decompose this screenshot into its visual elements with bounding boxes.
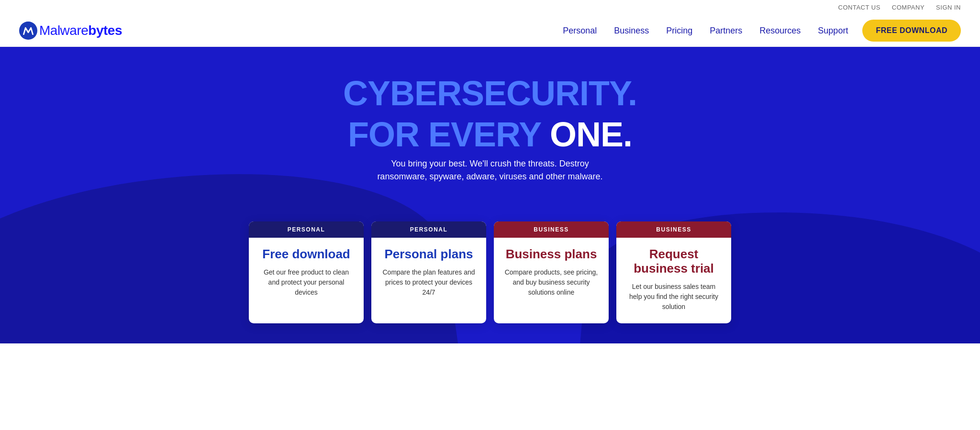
logo[interactable]: Malwarebytes (19, 22, 122, 40)
cards-section: PERSONALFree downloadGet our free produc… (216, 221, 764, 323)
svg-point-0 (19, 22, 37, 40)
product-card[interactable]: PERSONALPersonal plansCompare the plan f… (371, 221, 486, 323)
product-card[interactable]: BUSINESSRequest business trialLet our bu… (616, 221, 731, 323)
hero-content: CYBERSECURITY. FOR EVERY ONE. You bring … (343, 76, 637, 212)
logo-text: Malwarebytes (39, 23, 122, 38)
free-download-button[interactable]: FREE DOWNLOAD (862, 20, 961, 42)
hero-subtitle: You bring your best. We'll crush the thr… (366, 157, 614, 183)
card-title: Personal plans (381, 247, 477, 262)
nav-resources[interactable]: Resources (759, 26, 801, 36)
nav-business[interactable]: Business (614, 26, 649, 36)
main-nav: Malwarebytes Personal Business Pricing P… (0, 15, 980, 47)
nav-partners[interactable]: Partners (710, 26, 742, 36)
product-card[interactable]: BUSINESSBusiness plansCompare products, … (494, 221, 609, 323)
card-category: BUSINESS (494, 221, 609, 238)
hero-section: CYBERSECURITY. FOR EVERY ONE. You bring … (0, 47, 980, 343)
logo-icon (19, 22, 37, 40)
hero-title-line2: FOR EVERY ONE. (343, 117, 637, 153)
card-category: PERSONAL (249, 221, 364, 238)
nav-links: Personal Business Pricing Partners Resou… (563, 26, 848, 36)
card-category: BUSINESS (616, 221, 731, 238)
hero-title-line1: CYBERSECURITY. (343, 76, 637, 112)
card-title: Request business trial (626, 247, 722, 276)
contact-us-link[interactable]: CONTACT US (838, 4, 880, 11)
nav-pricing[interactable]: Pricing (666, 26, 692, 36)
sign-in-link[interactable]: SIGN IN (936, 4, 961, 11)
product-card[interactable]: PERSONALFree downloadGet our free produc… (249, 221, 364, 323)
card-title: Free download (258, 247, 354, 262)
card-description: Let our business sales team help you fin… (626, 282, 722, 312)
card-description: Compare the plan features and prices to … (381, 267, 477, 298)
company-link[interactable]: COMPANY (892, 4, 924, 11)
card-description: Compare products, see pricing, and buy b… (503, 267, 599, 298)
card-category: PERSONAL (371, 221, 486, 238)
utility-bar: CONTACT US COMPANY SIGN IN (0, 0, 980, 15)
card-description: Get our free product to clean and protec… (258, 267, 354, 298)
card-title: Business plans (503, 247, 599, 262)
nav-support[interactable]: Support (818, 26, 848, 36)
nav-personal[interactable]: Personal (563, 26, 597, 36)
